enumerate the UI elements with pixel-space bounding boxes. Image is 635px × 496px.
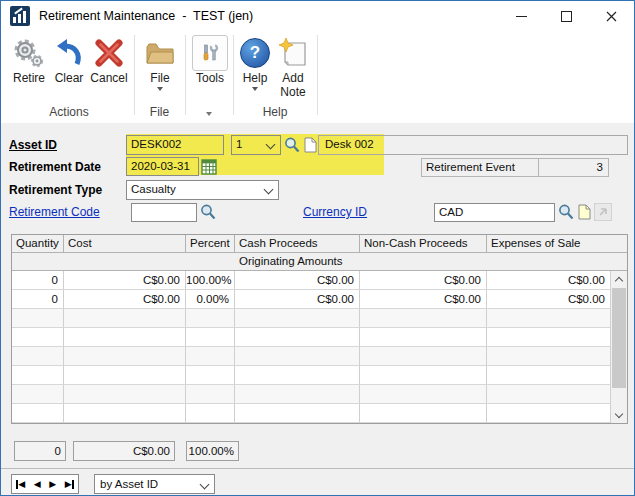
- table-cell[interactable]: [186, 309, 235, 327]
- retirement-code-lookup-button[interactable]: [199, 203, 217, 221]
- table-cell[interactable]: [235, 328, 360, 346]
- cancel-label: Cancel: [90, 71, 127, 85]
- scroll-down-button[interactable]: [611, 407, 627, 423]
- table-cell[interactable]: [186, 366, 235, 384]
- table-cell[interactable]: [64, 366, 186, 384]
- table-cell[interactable]: C$0.00: [487, 290, 610, 308]
- table-cell[interactable]: [186, 385, 235, 403]
- scrollbar-thumb[interactable]: [612, 288, 626, 388]
- table-cell[interactable]: [360, 366, 487, 384]
- table-cell[interactable]: [186, 347, 235, 365]
- maximize-button[interactable]: [544, 1, 589, 31]
- table-cell[interactable]: [487, 347, 610, 365]
- asset-id-suffix-value: 1: [236, 138, 242, 150]
- table-cell[interactable]: [186, 404, 235, 422]
- table-cell[interactable]: [64, 385, 186, 403]
- table-cell[interactable]: [235, 347, 360, 365]
- previous-record-button[interactable]: ◀: [34, 480, 41, 489]
- asset-id-lookup-button[interactable]: [283, 136, 301, 154]
- vertical-scrollbar[interactable]: [610, 271, 627, 423]
- magnifier-icon: [558, 204, 574, 221]
- table-cell[interactable]: 100.00%: [186, 271, 235, 289]
- asset-id-note-button[interactable]: [303, 136, 318, 154]
- clear-button[interactable]: Clear: [51, 35, 87, 99]
- next-record-button[interactable]: ▶: [49, 480, 56, 489]
- table-cell[interactable]: [64, 328, 186, 346]
- table-row-empty: [12, 404, 627, 423]
- currency-lookup-button[interactable]: [557, 203, 575, 221]
- table-cell[interactable]: [186, 328, 235, 346]
- cancel-button[interactable]: Cancel: [87, 35, 131, 99]
- chevron-up-icon: [615, 276, 623, 284]
- table-cell[interactable]: [235, 309, 360, 327]
- table-cell[interactable]: C$0.00: [487, 271, 610, 289]
- table-cell[interactable]: C$0.00: [360, 290, 487, 308]
- table-header-row: Quantity Cost Percent Cash Proceeds Non-…: [12, 235, 627, 253]
- table-cell[interactable]: [12, 347, 64, 365]
- retirement-code-link[interactable]: Retirement Code: [9, 205, 100, 219]
- calendar-button[interactable]: [200, 158, 217, 175]
- table-cell[interactable]: [487, 309, 610, 327]
- scroll-up-button[interactable]: [611, 271, 627, 287]
- asset-id-suffix-combo[interactable]: 1: [231, 135, 281, 155]
- add-note-button[interactable]: Add Note: [273, 35, 313, 99]
- table-cell[interactable]: [12, 328, 64, 346]
- currency-id-field[interactable]: CAD: [434, 203, 555, 222]
- table-cell[interactable]: [64, 309, 186, 327]
- table-cell[interactable]: [487, 328, 610, 346]
- bar-icon: [72, 480, 74, 489]
- clear-label: Clear: [55, 71, 84, 85]
- retirement-type-select[interactable]: Casualty: [126, 180, 279, 200]
- table-cell[interactable]: C$0.00: [64, 290, 186, 308]
- minimize-button[interactable]: [499, 1, 544, 31]
- table-cell[interactable]: [487, 366, 610, 384]
- asset-id-field[interactable]: DESK002: [126, 135, 224, 155]
- table-cell[interactable]: [12, 309, 64, 327]
- asset-id-label[interactable]: Asset ID: [9, 138, 57, 152]
- retirement-code-field[interactable]: [131, 203, 197, 222]
- retire-label: Retire: [13, 71, 45, 85]
- table-cell[interactable]: C$0.00: [235, 290, 360, 308]
- table-cell[interactable]: [360, 347, 487, 365]
- table-cell[interactable]: 0.00%: [186, 290, 235, 308]
- last-record-button[interactable]: ▶: [65, 480, 74, 489]
- table-cell[interactable]: 0: [12, 271, 64, 289]
- table-cell[interactable]: [360, 404, 487, 422]
- table-cell[interactable]: [235, 366, 360, 384]
- table-cell[interactable]: C$0.00: [64, 271, 186, 289]
- table-cell[interactable]: [235, 385, 360, 403]
- retirement-date-field[interactable]: 2020-03-31: [126, 157, 199, 176]
- chevron-down-icon: [264, 185, 274, 195]
- retire-button[interactable]: Retire: [7, 35, 51, 99]
- table-cell[interactable]: [360, 385, 487, 403]
- table-cell[interactable]: [235, 404, 360, 422]
- table-cell[interactable]: [64, 347, 186, 365]
- table-cell[interactable]: [12, 404, 64, 422]
- column-header-expenses-of-sale: Expenses of Sale: [487, 235, 610, 252]
- table-cell[interactable]: 0: [12, 290, 64, 308]
- retirement-event-value: 3: [538, 158, 609, 177]
- tools-menu-button[interactable]: Tools: [189, 35, 231, 99]
- column-header-cash-proceeds: Cash Proceeds: [235, 235, 360, 252]
- close-button[interactable]: [589, 1, 634, 31]
- table-cell[interactable]: [487, 404, 610, 422]
- file-menu-button[interactable]: File: [139, 35, 181, 99]
- sort-by-dropdown[interactable]: by Asset ID: [94, 474, 215, 494]
- table-cell[interactable]: [360, 309, 487, 327]
- total-percent-box: 100.00%: [186, 441, 239, 461]
- table-row-empty: [12, 366, 627, 385]
- help-menu-button[interactable]: ? Help: [237, 35, 273, 99]
- table-cell[interactable]: [12, 366, 64, 384]
- ribbon-group-tools-launcher[interactable]: [185, 105, 233, 119]
- table-cell[interactable]: [487, 385, 610, 403]
- currency-note-button[interactable]: [576, 203, 592, 221]
- table-cell[interactable]: [64, 404, 186, 422]
- app-chart-icon: [10, 6, 30, 26]
- first-record-button[interactable]: ◀: [16, 480, 25, 489]
- currency-id-link[interactable]: Currency ID: [303, 205, 367, 219]
- table-cell[interactable]: [360, 328, 487, 346]
- table-cell[interactable]: C$0.00: [235, 271, 360, 289]
- help-question-glyph: ?: [250, 43, 260, 63]
- table-cell[interactable]: C$0.00: [360, 271, 487, 289]
- table-cell[interactable]: [12, 385, 64, 403]
